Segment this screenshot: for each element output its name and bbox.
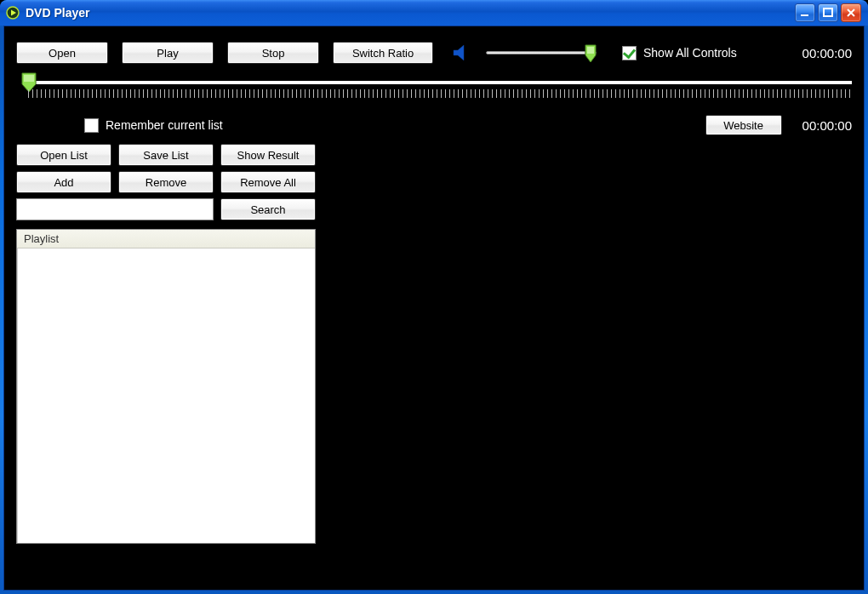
open-button[interactable]: Open (16, 42, 108, 64)
website-button[interactable]: Website (705, 115, 782, 135)
svg-rect-3 (24, 75, 34, 82)
search-row: Search (16, 198, 852, 220)
stop-button[interactable]: Stop (227, 42, 319, 64)
playlist-box[interactable]: Playlist (16, 229, 316, 544)
add-button[interactable]: Add (16, 171, 111, 193)
volume-thumb[interactable] (585, 44, 597, 61)
app-window: DVD Player Open Play Stop Switch Ratio (0, 0, 868, 594)
options-row: Remember current list Website 00:00:00 (16, 113, 852, 137)
app-icon (5, 5, 20, 20)
seek-bar[interactable] (16, 76, 852, 111)
remember-checkbox[interactable] (84, 118, 99, 133)
remove-all-button[interactable]: Remove All (220, 171, 316, 193)
remember-label: Remember current list (106, 118, 223, 132)
time-sub: 00:00:00 (802, 118, 852, 133)
playlist-header: Playlist (17, 230, 315, 248)
open-list-button[interactable]: Open List (16, 144, 111, 166)
maximize-button[interactable] (818, 3, 838, 22)
svg-rect-2 (824, 9, 832, 16)
time-main: 00:00:00 (802, 46, 852, 60)
show-all-checkbox[interactable] (622, 46, 637, 60)
remove-button[interactable]: Remove (118, 171, 214, 193)
seek-thumb[interactable] (21, 72, 37, 91)
close-button[interactable] (841, 3, 861, 22)
save-list-button[interactable]: Save List (118, 144, 214, 166)
search-input[interactable] (16, 198, 214, 220)
transport-row: Open Play Stop Switch Ratio (16, 40, 852, 66)
switch-ratio-button[interactable]: Switch Ratio (333, 42, 433, 64)
volume-slider[interactable] (486, 44, 597, 61)
play-button[interactable]: Play (122, 42, 214, 64)
show-all-label: Show All Controls (643, 46, 737, 60)
window-title: DVD Player (26, 6, 89, 20)
list-buttons: Open List Save List Show Result Add Remo… (16, 144, 852, 193)
svg-rect-1 (801, 14, 808, 16)
client-area: Open Play Stop Switch Ratio (3, 26, 865, 591)
titlebar: DVD Player (0, 0, 868, 26)
minimize-button[interactable] (795, 3, 815, 22)
search-button[interactable]: Search (220, 198, 316, 220)
show-result-button[interactable]: Show Result (220, 144, 316, 166)
speaker-icon (450, 43, 472, 62)
